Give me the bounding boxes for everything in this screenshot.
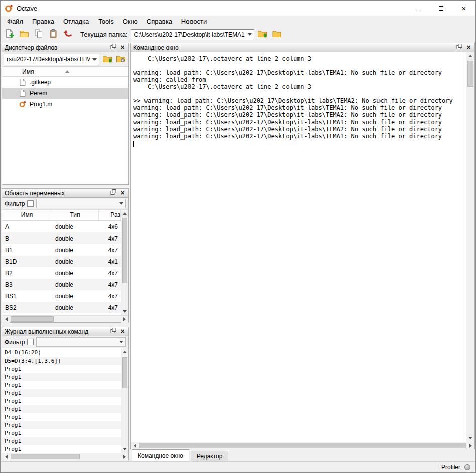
panel-splitter[interactable] (2, 185, 129, 188)
menu-news[interactable]: Новости (177, 16, 211, 27)
folder-button[interactable] (270, 28, 283, 41)
history-item[interactable]: Prog1 (2, 389, 121, 397)
chevron-down-icon[interactable] (117, 199, 125, 208)
copy-button[interactable] (32, 28, 45, 41)
close-button[interactable]: × (464, 44, 473, 51)
scroll-up-icon[interactable] (121, 348, 128, 356)
workspace-column-header[interactable]: Имя (2, 210, 52, 220)
scroll-left-icon[interactable] (2, 453, 10, 460)
tab-editor[interactable]: Редактор (191, 451, 229, 461)
history-item[interactable]: Prog1 (2, 445, 121, 453)
workspace-row[interactable]: BS1double4x7 (2, 290, 121, 302)
history-item[interactable]: Prog1 (2, 437, 121, 445)
filter-combobox[interactable] (36, 199, 126, 208)
profiler-status-icon[interactable] (464, 464, 470, 470)
scrollbar-thumb[interactable] (139, 443, 466, 448)
undock-button[interactable] (108, 44, 118, 51)
history-item[interactable]: D5=D(3:4,[1,3,6]) (2, 357, 121, 365)
history-item[interactable]: Prog1 (2, 421, 121, 429)
scrollbar-thumb[interactable] (122, 357, 127, 388)
scroll-right-icon[interactable] (121, 453, 128, 460)
file-row[interactable]: Prog1.m (2, 99, 128, 110)
filter-checkbox[interactable] (27, 339, 34, 345)
undock-button[interactable] (108, 328, 118, 335)
history-item[interactable]: Prog1 (2, 365, 121, 373)
undock-button[interactable] (108, 189, 118, 197)
scroll-right-icon[interactable] (121, 316, 128, 323)
history-item[interactable]: Prog1 (2, 429, 121, 437)
undock-button[interactable] (454, 44, 464, 51)
titlebar[interactable]: Octave × (1, 1, 475, 16)
workspace-row[interactable]: B1Ddouble4x1 (2, 256, 121, 267)
terminal[interactable]: C:\Users\u202-17\.octaverc at line 2 col… (131, 52, 466, 442)
menu-help[interactable]: Справка (142, 16, 177, 27)
scrollbar-thumb[interactable] (11, 316, 54, 322)
workspace-titlebar[interactable]: Область переменных × (2, 189, 128, 198)
workspace-column-header[interactable]: Раз (99, 210, 121, 220)
scroll-left-icon[interactable] (2, 316, 10, 323)
workspace-row[interactable]: B1double4x7 (2, 244, 121, 256)
scroll-right-icon[interactable] (467, 442, 474, 449)
menu-window[interactable]: Окно (118, 16, 142, 27)
close-button[interactable]: × (118, 44, 127, 51)
chevron-down-icon[interactable] (90, 54, 99, 65)
paste-button[interactable] (47, 28, 60, 41)
file-row[interactable]: .gitkeep (2, 77, 128, 88)
command-vertical-scrollbar[interactable] (466, 52, 474, 442)
scrollbar-thumb[interactable] (467, 61, 473, 87)
scrollbar-thumb[interactable] (122, 218, 127, 283)
workspace-row[interactable]: B2double4x7 (2, 267, 121, 279)
scroll-down-icon[interactable] (121, 445, 128, 453)
file-browser-path-combobox[interactable]: rs/u202-17/Desktop/it-labs/TEMA1 (4, 54, 99, 65)
workspace-row[interactable]: Bdouble4x7 (2, 232, 121, 244)
undo-button[interactable] (61, 28, 74, 41)
workspace-row[interactable]: Adouble4x6 (2, 221, 121, 232)
workspace-horizontal-scrollbar[interactable] (2, 315, 128, 322)
filter-combobox[interactable] (36, 337, 126, 347)
chevron-down-icon[interactable] (246, 30, 254, 40)
scrollbar-thumb[interactable] (11, 454, 80, 459)
history-item[interactable]: Prog1 (2, 373, 121, 381)
new-script-button[interactable] (3, 28, 16, 41)
workspace-column-header[interactable]: Тип (52, 210, 99, 220)
folder-up-button[interactable] (256, 28, 269, 41)
history-vertical-scrollbar[interactable] (121, 348, 128, 453)
workspace-row[interactable]: BS2double4x7 (2, 302, 121, 313)
scroll-down-icon[interactable] (121, 308, 128, 315)
chevron-down-icon[interactable] (117, 338, 125, 346)
workspace-vertical-scrollbar[interactable] (121, 210, 128, 315)
menu-edit[interactable]: Правка (28, 16, 59, 27)
current-folder-combobox[interactable]: C:\Users\u202-17\Desktop\it-labs\TEMA1 (131, 29, 254, 40)
close-button[interactable]: × (452, 1, 475, 16)
close-button[interactable]: × (118, 189, 127, 197)
file-list-header[interactable]: Имя (2, 67, 128, 77)
menu-file[interactable]: Файл (3, 16, 28, 27)
menu-debug[interactable]: Отладка (59, 16, 93, 27)
history-item[interactable]: Prog1 (2, 397, 121, 405)
scroll-up-icon[interactable] (466, 52, 474, 60)
file-row[interactable]: Perem (2, 88, 128, 99)
filter-checkbox[interactable] (27, 200, 34, 207)
panel-splitter[interactable] (2, 323, 129, 327)
tab-command-window[interactable]: Командное окно (132, 449, 189, 461)
menu-tools[interactable]: Tools (93, 16, 118, 27)
history-item[interactable]: Prog1 (2, 405, 121, 413)
history-item[interactable]: Prog1 (2, 381, 121, 389)
close-button[interactable]: × (118, 328, 127, 335)
folder-up-button[interactable] (101, 53, 113, 66)
history-item[interactable]: Prog1 (2, 413, 121, 421)
workspace-row[interactable]: B3double4x7 (2, 279, 121, 290)
open-folder-button[interactable] (18, 28, 31, 41)
scroll-up-icon[interactable] (121, 210, 128, 217)
scroll-left-icon[interactable] (131, 442, 138, 449)
scroll-down-icon[interactable] (466, 434, 474, 442)
history-titlebar[interactable]: Журнал выполненных команд × (2, 327, 128, 336)
minimize-button[interactable] (406, 1, 429, 16)
history-horizontal-scrollbar[interactable] (2, 453, 128, 460)
folder-settings-button[interactable] (114, 53, 127, 66)
command-horizontal-scrollbar[interactable] (131, 442, 474, 449)
command-window-titlebar[interactable]: Командное окно × (131, 43, 474, 52)
history-item[interactable]: D4=D(16:20) (2, 349, 121, 357)
maximize-button[interactable] (429, 1, 452, 16)
file-browser-titlebar[interactable]: Диспетчер файлов × (2, 43, 128, 52)
